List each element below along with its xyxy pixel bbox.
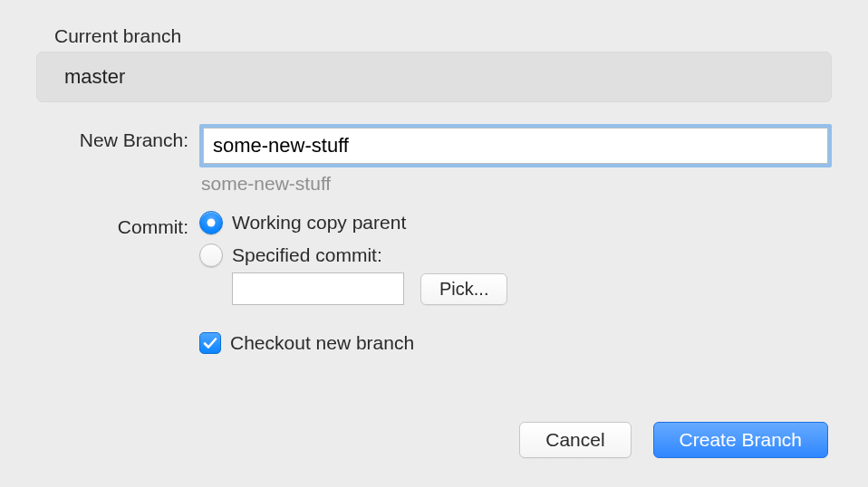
checkmark-icon — [202, 335, 218, 351]
new-branch-label: New Branch: — [36, 124, 199, 151]
new-branch-input[interactable] — [203, 128, 828, 164]
radio-working-copy-parent[interactable] — [199, 211, 223, 234]
checkout-new-branch-label: Checkout new branch — [230, 332, 414, 354]
current-branch-label: Current branch — [54, 25, 832, 47]
checkout-new-branch-checkbox[interactable] — [199, 332, 221, 354]
radio-specified-commit-label: Specified commit: — [232, 244, 382, 266]
radio-specified-commit[interactable] — [199, 244, 223, 267]
current-branch-value: master — [36, 52, 832, 102]
create-branch-button[interactable]: Create Branch — [653, 422, 828, 458]
cancel-button[interactable]: Cancel — [519, 422, 631, 458]
commit-label: Commit: — [36, 211, 199, 238]
specified-commit-input[interactable] — [232, 272, 404, 305]
new-branch-focus-ring — [199, 124, 832, 167]
pick-commit-button[interactable]: Pick... — [420, 273, 507, 305]
new-branch-hint: some-new-stuff — [201, 173, 832, 195]
radio-working-copy-parent-label: Working copy parent — [232, 212, 406, 234]
